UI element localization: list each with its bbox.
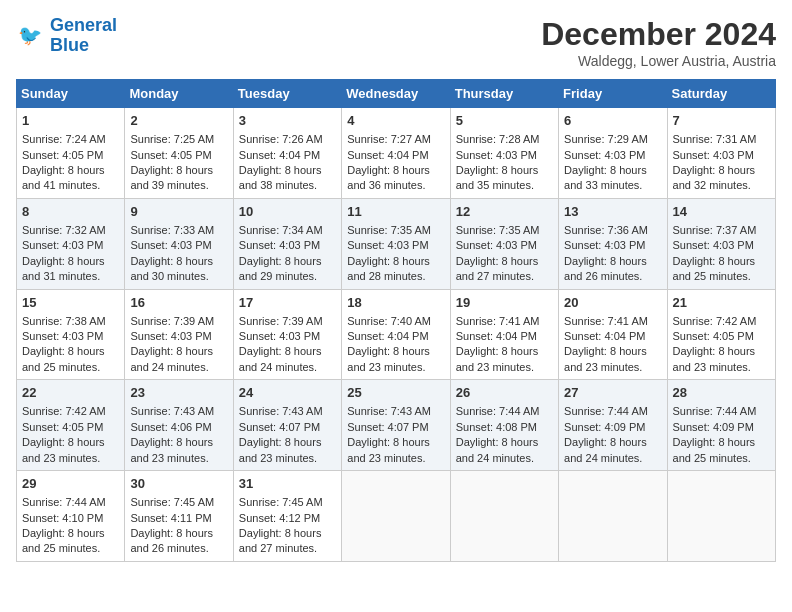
- calendar-cell: 16Sunrise: 7:39 AMSunset: 4:03 PMDayligh…: [125, 289, 233, 380]
- day-info: Sunrise: 7:29 AM: [564, 132, 661, 147]
- day-info: Daylight: 8 hours: [22, 435, 119, 450]
- day-info: and 25 minutes.: [673, 269, 770, 284]
- calendar-cell: 15Sunrise: 7:38 AMSunset: 4:03 PMDayligh…: [17, 289, 125, 380]
- day-info: and 38 minutes.: [239, 178, 336, 193]
- day-info: Daylight: 8 hours: [347, 163, 444, 178]
- calendar-title: December 2024: [541, 16, 776, 53]
- day-info: Daylight: 8 hours: [456, 163, 553, 178]
- day-info: Sunset: 4:05 PM: [22, 420, 119, 435]
- day-info: Sunrise: 7:43 AM: [239, 404, 336, 419]
- day-info: Sunset: 4:07 PM: [347, 420, 444, 435]
- weekday-header-wednesday: Wednesday: [342, 80, 450, 108]
- day-number: 23: [130, 384, 227, 402]
- day-number: 6: [564, 112, 661, 130]
- day-info: Sunrise: 7:43 AM: [130, 404, 227, 419]
- day-info: Sunrise: 7:24 AM: [22, 132, 119, 147]
- day-number: 22: [22, 384, 119, 402]
- day-info: Daylight: 8 hours: [239, 254, 336, 269]
- calendar-cell: 21Sunrise: 7:42 AMSunset: 4:05 PMDayligh…: [667, 289, 775, 380]
- day-info: Sunrise: 7:42 AM: [22, 404, 119, 419]
- calendar-cell: 28Sunrise: 7:44 AMSunset: 4:09 PMDayligh…: [667, 380, 775, 471]
- day-number: 24: [239, 384, 336, 402]
- day-info: Sunset: 4:03 PM: [564, 148, 661, 163]
- calendar-cell: 12Sunrise: 7:35 AMSunset: 4:03 PMDayligh…: [450, 198, 558, 289]
- calendar-cell: 5Sunrise: 7:28 AMSunset: 4:03 PMDaylight…: [450, 108, 558, 199]
- day-info: Sunset: 4:03 PM: [22, 238, 119, 253]
- svg-text:🐦: 🐦: [18, 23, 43, 47]
- day-info: Daylight: 8 hours: [130, 254, 227, 269]
- day-info: Sunset: 4:12 PM: [239, 511, 336, 526]
- calendar-cell: 6Sunrise: 7:29 AMSunset: 4:03 PMDaylight…: [559, 108, 667, 199]
- day-info: and 41 minutes.: [22, 178, 119, 193]
- day-number: 25: [347, 384, 444, 402]
- day-info: Sunrise: 7:44 AM: [564, 404, 661, 419]
- day-info: Daylight: 8 hours: [130, 344, 227, 359]
- day-info: Sunrise: 7:33 AM: [130, 223, 227, 238]
- day-info: Sunrise: 7:32 AM: [22, 223, 119, 238]
- day-info: and 24 minutes.: [239, 360, 336, 375]
- day-info: Sunrise: 7:31 AM: [673, 132, 770, 147]
- day-info: Daylight: 8 hours: [347, 254, 444, 269]
- day-info: Sunset: 4:05 PM: [22, 148, 119, 163]
- calendar-cell: 29Sunrise: 7:44 AMSunset: 4:10 PMDayligh…: [17, 471, 125, 562]
- day-number: 26: [456, 384, 553, 402]
- calendar-cell: 24Sunrise: 7:43 AMSunset: 4:07 PMDayligh…: [233, 380, 341, 471]
- day-info: Daylight: 8 hours: [456, 344, 553, 359]
- calendar-table: SundayMondayTuesdayWednesdayThursdayFrid…: [16, 79, 776, 562]
- weekday-header-saturday: Saturday: [667, 80, 775, 108]
- day-info: Sunrise: 7:41 AM: [456, 314, 553, 329]
- day-info: Daylight: 8 hours: [22, 163, 119, 178]
- day-info: Sunrise: 7:35 AM: [347, 223, 444, 238]
- calendar-cell: 2Sunrise: 7:25 AMSunset: 4:05 PMDaylight…: [125, 108, 233, 199]
- day-number: 16: [130, 294, 227, 312]
- day-number: 3: [239, 112, 336, 130]
- day-info: Sunset: 4:03 PM: [130, 329, 227, 344]
- logo-icon: 🐦: [16, 21, 46, 51]
- calendar-cell: 17Sunrise: 7:39 AMSunset: 4:03 PMDayligh…: [233, 289, 341, 380]
- day-info: Sunrise: 7:28 AM: [456, 132, 553, 147]
- day-info: Sunset: 4:11 PM: [130, 511, 227, 526]
- day-info: and 39 minutes.: [130, 178, 227, 193]
- day-number: 7: [673, 112, 770, 130]
- day-info: and 27 minutes.: [239, 541, 336, 556]
- day-info: Daylight: 8 hours: [564, 344, 661, 359]
- day-info: Sunrise: 7:26 AM: [239, 132, 336, 147]
- day-info: Sunset: 4:03 PM: [564, 238, 661, 253]
- day-info: and 29 minutes.: [239, 269, 336, 284]
- day-number: 5: [456, 112, 553, 130]
- day-number: 8: [22, 203, 119, 221]
- day-number: 11: [347, 203, 444, 221]
- day-info: Sunset: 4:03 PM: [673, 238, 770, 253]
- calendar-cell: [450, 471, 558, 562]
- day-info: Sunrise: 7:35 AM: [456, 223, 553, 238]
- day-info: Sunrise: 7:45 AM: [239, 495, 336, 510]
- weekday-header-sunday: Sunday: [17, 80, 125, 108]
- day-info: Sunset: 4:04 PM: [347, 148, 444, 163]
- day-info: Sunset: 4:03 PM: [239, 329, 336, 344]
- calendar-cell: 3Sunrise: 7:26 AMSunset: 4:04 PMDaylight…: [233, 108, 341, 199]
- day-info: Sunset: 4:06 PM: [130, 420, 227, 435]
- day-info: Daylight: 8 hours: [673, 435, 770, 450]
- calendar-cell: [559, 471, 667, 562]
- day-info: Sunset: 4:07 PM: [239, 420, 336, 435]
- day-info: and 25 minutes.: [673, 451, 770, 466]
- day-number: 2: [130, 112, 227, 130]
- day-info: Sunrise: 7:45 AM: [130, 495, 227, 510]
- day-info: and 23 minutes.: [564, 360, 661, 375]
- calendar-cell: 18Sunrise: 7:40 AMSunset: 4:04 PMDayligh…: [342, 289, 450, 380]
- day-number: 20: [564, 294, 661, 312]
- day-info: Daylight: 8 hours: [673, 163, 770, 178]
- day-info: Sunset: 4:09 PM: [564, 420, 661, 435]
- calendar-cell: 22Sunrise: 7:42 AMSunset: 4:05 PMDayligh…: [17, 380, 125, 471]
- calendar-cell: 9Sunrise: 7:33 AMSunset: 4:03 PMDaylight…: [125, 198, 233, 289]
- day-info: Sunrise: 7:36 AM: [564, 223, 661, 238]
- day-info: Daylight: 8 hours: [347, 344, 444, 359]
- day-info: Sunrise: 7:34 AM: [239, 223, 336, 238]
- day-info: Daylight: 8 hours: [239, 163, 336, 178]
- day-info: Daylight: 8 hours: [22, 254, 119, 269]
- calendar-cell: 27Sunrise: 7:44 AMSunset: 4:09 PMDayligh…: [559, 380, 667, 471]
- day-info: Daylight: 8 hours: [673, 254, 770, 269]
- day-info: Sunrise: 7:40 AM: [347, 314, 444, 329]
- day-info: and 23 minutes.: [239, 451, 336, 466]
- calendar-cell: 13Sunrise: 7:36 AMSunset: 4:03 PMDayligh…: [559, 198, 667, 289]
